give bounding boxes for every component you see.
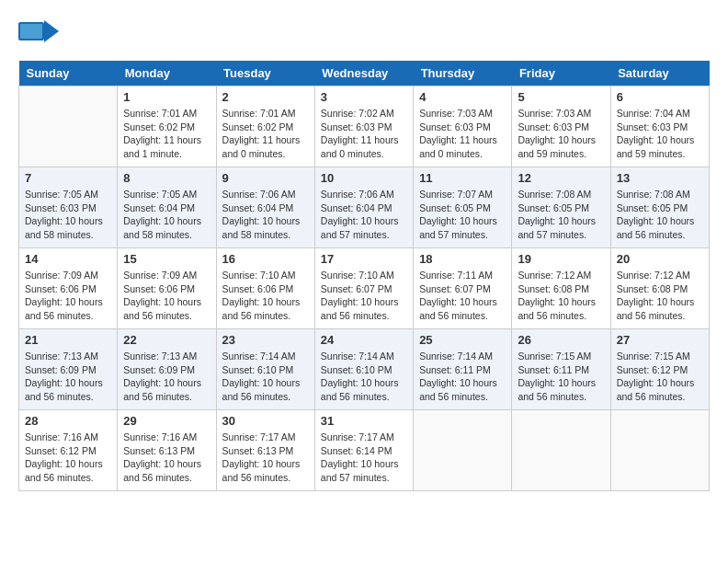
calendar-week-row: 28Sunrise: 7:16 AM Sunset: 6:12 PM Dayli… — [19, 410, 710, 491]
calendar-cell: 15Sunrise: 7:09 AM Sunset: 6:06 PM Dayli… — [118, 248, 216, 329]
calendar-cell: 27Sunrise: 7:15 AM Sunset: 6:12 PM Dayli… — [610, 329, 709, 410]
day-number: 15 — [123, 252, 210, 266]
day-number: 12 — [518, 171, 604, 185]
calendar-cell: 11Sunrise: 7:07 AM Sunset: 6:05 PM Dayli… — [414, 167, 512, 248]
cell-info: Sunrise: 7:03 AM Sunset: 6:03 PM Dayligh… — [419, 107, 506, 161]
cell-info: Sunrise: 7:04 AM Sunset: 6:03 PM Dayligh… — [617, 107, 703, 161]
calendar-cell: 1Sunrise: 7:01 AM Sunset: 6:02 PM Daylig… — [118, 86, 216, 167]
logo-icon — [18, 18, 59, 52]
day-number: 8 — [123, 171, 210, 185]
calendar-cell: 5Sunrise: 7:03 AM Sunset: 6:03 PM Daylig… — [512, 86, 610, 167]
calendar-cell — [414, 410, 512, 491]
day-number: 7 — [25, 171, 111, 185]
day-number: 18 — [419, 252, 506, 266]
cell-info: Sunrise: 7:14 AM Sunset: 6:10 PM Dayligh… — [222, 350, 309, 404]
day-number: 26 — [518, 333, 604, 347]
cell-info: Sunrise: 7:12 AM Sunset: 6:08 PM Dayligh… — [617, 269, 703, 323]
cell-info: Sunrise: 7:05 AM Sunset: 6:03 PM Dayligh… — [25, 188, 111, 242]
day-number: 4 — [419, 90, 506, 104]
calendar-cell: 12Sunrise: 7:08 AM Sunset: 6:05 PM Dayli… — [512, 167, 610, 248]
weekday-header-tuesday: Tuesday — [216, 61, 314, 86]
day-number: 10 — [321, 171, 407, 185]
day-number: 29 — [123, 414, 210, 428]
day-number: 17 — [321, 252, 407, 266]
weekday-header-wednesday: Wednesday — [314, 61, 413, 86]
day-number: 1 — [123, 90, 210, 104]
calendar-cell — [19, 86, 118, 167]
cell-info: Sunrise: 7:05 AM Sunset: 6:04 PM Dayligh… — [123, 188, 210, 242]
day-number: 19 — [518, 252, 604, 266]
svg-rect-1 — [20, 24, 42, 39]
day-number: 28 — [25, 414, 111, 428]
cell-info: Sunrise: 7:02 AM Sunset: 6:03 PM Dayligh… — [321, 107, 407, 161]
cell-info: Sunrise: 7:09 AM Sunset: 6:06 PM Dayligh… — [25, 269, 111, 323]
calendar-cell — [610, 410, 709, 491]
calendar-cell: 4Sunrise: 7:03 AM Sunset: 6:03 PM Daylig… — [414, 86, 512, 167]
day-number: 14 — [25, 252, 111, 266]
calendar-cell: 6Sunrise: 7:04 AM Sunset: 6:03 PM Daylig… — [610, 86, 709, 167]
calendar-cell: 10Sunrise: 7:06 AM Sunset: 6:04 PM Dayli… — [314, 167, 413, 248]
calendar-cell: 26Sunrise: 7:15 AM Sunset: 6:11 PM Dayli… — [512, 329, 610, 410]
logo — [18, 18, 63, 52]
calendar-cell: 25Sunrise: 7:14 AM Sunset: 6:11 PM Dayli… — [414, 329, 512, 410]
day-number: 25 — [419, 333, 506, 347]
calendar-week-row: 14Sunrise: 7:09 AM Sunset: 6:06 PM Dayli… — [19, 248, 710, 329]
cell-info: Sunrise: 7:13 AM Sunset: 6:09 PM Dayligh… — [123, 350, 210, 404]
day-number: 22 — [123, 333, 210, 347]
day-number: 24 — [321, 333, 407, 347]
day-number: 6 — [617, 90, 703, 104]
calendar-cell: 13Sunrise: 7:08 AM Sunset: 6:05 PM Dayli… — [610, 167, 709, 248]
calendar-cell: 2Sunrise: 7:01 AM Sunset: 6:02 PM Daylig… — [216, 86, 314, 167]
calendar-week-row: 1Sunrise: 7:01 AM Sunset: 6:02 PM Daylig… — [19, 86, 710, 167]
calendar-cell: 20Sunrise: 7:12 AM Sunset: 6:08 PM Dayli… — [610, 248, 709, 329]
calendar-cell: 22Sunrise: 7:13 AM Sunset: 6:09 PM Dayli… — [118, 329, 216, 410]
day-number: 21 — [25, 333, 111, 347]
calendar-cell: 31Sunrise: 7:17 AM Sunset: 6:14 PM Dayli… — [314, 410, 413, 491]
calendar-cell: 28Sunrise: 7:16 AM Sunset: 6:12 PM Dayli… — [19, 410, 118, 491]
day-number: 31 — [321, 414, 407, 428]
calendar-cell: 19Sunrise: 7:12 AM Sunset: 6:08 PM Dayli… — [512, 248, 610, 329]
weekday-header-saturday: Saturday — [610, 61, 709, 86]
cell-info: Sunrise: 7:08 AM Sunset: 6:05 PM Dayligh… — [518, 188, 604, 242]
cell-info: Sunrise: 7:08 AM Sunset: 6:05 PM Dayligh… — [617, 188, 703, 242]
cell-info: Sunrise: 7:11 AM Sunset: 6:07 PM Dayligh… — [419, 269, 506, 323]
cell-info: Sunrise: 7:16 AM Sunset: 6:13 PM Dayligh… — [123, 431, 210, 485]
calendar-cell: 18Sunrise: 7:11 AM Sunset: 6:07 PM Dayli… — [414, 248, 512, 329]
calendar-cell: 23Sunrise: 7:14 AM Sunset: 6:10 PM Dayli… — [216, 329, 314, 410]
calendar-cell: 14Sunrise: 7:09 AM Sunset: 6:06 PM Dayli… — [19, 248, 118, 329]
calendar-table: SundayMondayTuesdayWednesdayThursdayFrid… — [18, 61, 710, 491]
cell-info: Sunrise: 7:12 AM Sunset: 6:08 PM Dayligh… — [518, 269, 604, 323]
day-number: 30 — [222, 414, 309, 428]
calendar-cell — [512, 410, 610, 491]
cell-info: Sunrise: 7:13 AM Sunset: 6:09 PM Dayligh… — [25, 350, 111, 404]
calendar-cell: 16Sunrise: 7:10 AM Sunset: 6:06 PM Dayli… — [216, 248, 314, 329]
weekday-header-thursday: Thursday — [414, 61, 512, 86]
calendar-cell: 7Sunrise: 7:05 AM Sunset: 6:03 PM Daylig… — [19, 167, 118, 248]
weekday-header-friday: Friday — [512, 61, 610, 86]
calendar-cell: 30Sunrise: 7:17 AM Sunset: 6:13 PM Dayli… — [216, 410, 314, 491]
cell-info: Sunrise: 7:01 AM Sunset: 6:02 PM Dayligh… — [123, 107, 210, 161]
day-number: 2 — [222, 90, 309, 104]
weekday-header-sunday: Sunday — [19, 61, 118, 86]
day-number: 20 — [617, 252, 703, 266]
cell-info: Sunrise: 7:09 AM Sunset: 6:06 PM Dayligh… — [123, 269, 210, 323]
calendar-cell: 24Sunrise: 7:14 AM Sunset: 6:10 PM Dayli… — [314, 329, 413, 410]
cell-info: Sunrise: 7:06 AM Sunset: 6:04 PM Dayligh… — [222, 188, 309, 242]
calendar-cell: 8Sunrise: 7:05 AM Sunset: 6:04 PM Daylig… — [118, 167, 216, 248]
calendar-cell: 21Sunrise: 7:13 AM Sunset: 6:09 PM Dayli… — [19, 329, 118, 410]
calendar-cell: 3Sunrise: 7:02 AM Sunset: 6:03 PM Daylig… — [314, 86, 413, 167]
cell-info: Sunrise: 7:14 AM Sunset: 6:10 PM Dayligh… — [321, 350, 407, 404]
cell-info: Sunrise: 7:03 AM Sunset: 6:03 PM Dayligh… — [518, 107, 604, 161]
cell-info: Sunrise: 7:07 AM Sunset: 6:05 PM Dayligh… — [419, 188, 506, 242]
svg-marker-2 — [44, 20, 59, 42]
day-number: 3 — [321, 90, 407, 104]
calendar-cell: 29Sunrise: 7:16 AM Sunset: 6:13 PM Dayli… — [118, 410, 216, 491]
cell-info: Sunrise: 7:10 AM Sunset: 6:06 PM Dayligh… — [222, 269, 309, 323]
calendar-cell: 9Sunrise: 7:06 AM Sunset: 6:04 PM Daylig… — [216, 167, 314, 248]
cell-info: Sunrise: 7:16 AM Sunset: 6:12 PM Dayligh… — [25, 431, 111, 485]
cell-info: Sunrise: 7:06 AM Sunset: 6:04 PM Dayligh… — [321, 188, 407, 242]
page-header — [18, 18, 710, 52]
cell-info: Sunrise: 7:17 AM Sunset: 6:13 PM Dayligh… — [222, 431, 309, 485]
day-number: 16 — [222, 252, 309, 266]
cell-info: Sunrise: 7:10 AM Sunset: 6:07 PM Dayligh… — [321, 269, 407, 323]
